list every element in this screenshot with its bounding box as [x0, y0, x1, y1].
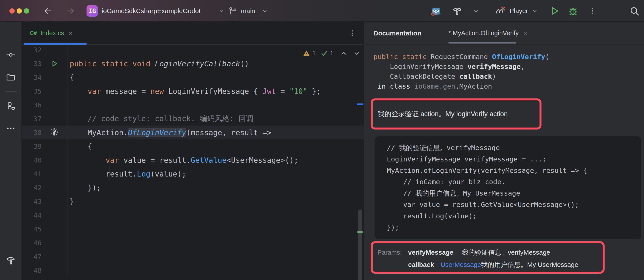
warning-icon: [303, 50, 310, 57]
build-hammer-icon[interactable]: [452, 6, 463, 17]
editor-scrollbar[interactable]: [358, 209, 362, 280]
branch-selector[interactable]: main: [241, 0, 255, 22]
code-line[interactable]: 34{: [22, 70, 364, 84]
debug-button[interactable]: [568, 6, 578, 16]
commit-icon[interactable]: [6, 50, 16, 60]
documentation-content: public static RequestCommand OfLoginVeri…: [364, 45, 644, 280]
close-window-button[interactable]: [10, 8, 15, 13]
back-icon[interactable]: [43, 6, 52, 16]
doc-code-line: // 我的验证信息。verifyMessage: [387, 142, 641, 153]
tab-myaction-ofloginverify[interactable]: * MyAction.OfLoginVerify: [448, 22, 528, 44]
code-line[interactable]: 45: [22, 222, 364, 236]
left-tool-strip: [0, 22, 22, 280]
code-line[interactable]: 48: [22, 263, 364, 277]
code-line[interactable]: 35 var message = new LoginVerifyMessage …: [22, 84, 364, 98]
code-text: [67, 263, 364, 277]
editor-options-icon[interactable]: [348, 29, 356, 38]
line-number: 41: [22, 170, 42, 178]
code-line[interactable]: 33public static void LoginVerifyCallback…: [22, 57, 364, 70]
code-line[interactable]: 43}: [22, 194, 364, 208]
code-line[interactable]: 44: [22, 208, 364, 222]
code-text: [67, 208, 364, 222]
code-text: [67, 98, 364, 112]
code-line[interactable]: 37 // code style: callback. 编码风格: 回调: [22, 112, 364, 126]
divider: [468, 6, 468, 15]
divider: [5, 91, 17, 92]
line-number: 32: [22, 46, 42, 54]
code-text: result.Log(value);: [67, 167, 364, 181]
panel-title[interactable]: Documentation: [374, 22, 421, 44]
more-actions-icon[interactable]: [588, 6, 597, 16]
build-tool-window-icon[interactable]: [5, 255, 16, 266]
code-line[interactable]: 38 MyAction.OfLoginVerify(message, resul…: [22, 126, 364, 139]
annotation-box-summary: 我的登录验证 action。My loginVerify action: [371, 98, 542, 130]
next-problem-icon[interactable]: [353, 50, 360, 57]
signature-line: public static RequestCommand OfLoginVeri…: [374, 52, 549, 62]
project-selector[interactable]: ioGameSdkCsharpExampleGodot: [102, 0, 201, 22]
ide-window: IG ioGameSdkCsharpExampleGodot main: [0, 0, 644, 280]
inspections-widget[interactable]: 1 1: [303, 50, 360, 57]
param-text: 我的用户信息。My UserMessage: [481, 259, 578, 271]
code-text: // code style: callback. 编码风格: 回调: [67, 112, 364, 126]
code-line[interactable]: 47: [22, 250, 364, 263]
chevron-down-icon[interactable]: [473, 8, 479, 14]
project-badge: IG: [86, 5, 98, 17]
type-link[interactable]: UserMessage: [440, 259, 481, 271]
search-everywhere-icon[interactable]: [629, 6, 640, 17]
code-line[interactable]: 42 });: [22, 181, 364, 194]
run-button[interactable]: [549, 6, 560, 16]
code-line[interactable]: 41 result.Log(value);: [22, 167, 364, 181]
line-number: 45: [22, 225, 42, 233]
doc-code-line: // 我的用户信息。My UserMessage: [387, 187, 641, 199]
param-text: verifyMessage: [408, 246, 454, 259]
signature-line: in class ioGame.gen.MyAction: [374, 81, 549, 91]
tab-index-cs[interactable]: C# Index.cs: [24, 22, 80, 44]
line-number: 39: [22, 142, 42, 150]
annotation-box-params: Params:verifyMessage — 我的验证信息。verifyMess…: [371, 241, 604, 274]
more-tool-windows-icon[interactable]: [6, 123, 16, 134]
code-lines: 3233public static void LoginVerifyCallba…: [22, 45, 364, 277]
active-tab-indicator: [24, 43, 87, 45]
doc-code-line: var value = result.GetValue<UserMessage>…: [387, 199, 641, 210]
code-line[interactable]: 46: [22, 236, 364, 250]
line-number: 44: [22, 211, 42, 219]
code-text: public static void LoginVerifyCallback(): [67, 57, 364, 70]
param-row: Params:verifyMessage — 我的验证信息。verifyMess…: [378, 246, 602, 259]
param-text: — 我的验证信息。verifyMessage: [454, 246, 550, 259]
run-configuration-icon[interactable]: [494, 5, 506, 17]
params-label: [378, 259, 408, 271]
close-tab-icon[interactable]: [68, 30, 74, 36]
godot-engine-icon[interactable]: [430, 5, 442, 17]
doc-code-line: result.Log(value);: [387, 210, 641, 222]
zoom-window-button[interactable]: [24, 8, 29, 13]
prev-problem-icon[interactable]: [340, 50, 348, 57]
intention-bulb-icon[interactable]: [50, 128, 59, 137]
run-line-icon[interactable]: [50, 59, 59, 68]
code-line[interactable]: 39 {: [22, 139, 364, 153]
chevron-down-icon[interactable]: [262, 8, 268, 14]
folder-icon[interactable]: [6, 72, 16, 83]
editor-tab-bar: C# Index.cs: [22, 22, 364, 45]
chevron-down-icon[interactable]: [218, 8, 224, 14]
code-text: {: [67, 139, 364, 153]
line-number: 40: [22, 156, 42, 164]
ok-count: 1: [330, 50, 334, 57]
doc-code-example: // 我的验证信息。verifyMessageLoginVerifyMessag…: [374, 136, 641, 239]
code-text: [67, 250, 364, 263]
chevron-down-icon[interactable]: [532, 8, 538, 14]
line-number: 48: [22, 267, 42, 274]
line-number: 47: [22, 253, 42, 261]
param-row: callback — UserMessage 我的用户信息。My UserMes…: [378, 259, 602, 271]
close-tab-icon[interactable]: [523, 30, 528, 36]
forward-icon[interactable]: [66, 6, 75, 16]
code-viewport[interactable]: 3233public static void LoginVerifyCallba…: [22, 45, 364, 280]
method-signature: public static RequestCommand OfLoginVeri…: [374, 52, 549, 91]
code-line[interactable]: 36: [22, 98, 364, 112]
git-branch-icon[interactable]: [228, 6, 238, 16]
run-config-selector[interactable]: Player: [510, 0, 528, 22]
line-number: 46: [22, 239, 42, 247]
structure-icon[interactable]: [6, 101, 16, 111]
minimize-window-button[interactable]: [17, 8, 22, 13]
code-line[interactable]: 40 var value = result.GetValue<UserMessa…: [22, 153, 364, 167]
doc-code-line: MyAction.ofLoginVerify(verifyMessage, re…: [387, 165, 641, 176]
